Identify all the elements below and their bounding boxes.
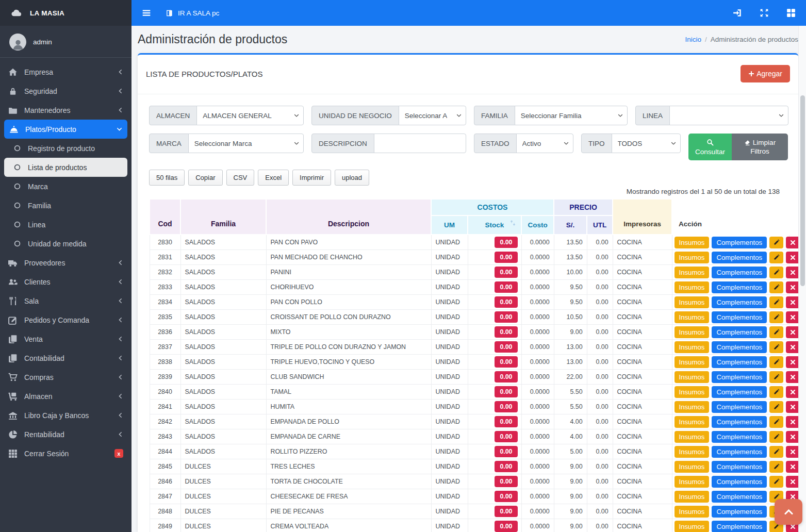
complementos-button[interactable]: Complementos (712, 371, 767, 383)
delete-button[interactable] (786, 252, 800, 263)
sidebar-item-clientes[interactable]: Clientes (0, 272, 131, 291)
complementos-button[interactable]: Complementos (712, 416, 767, 428)
insumos-button[interactable]: Insumos (675, 401, 710, 413)
col-header-cod[interactable]: Cod (150, 199, 180, 235)
col-header-familia[interactable]: Familia (180, 199, 266, 235)
complementos-button[interactable]: Complementos (712, 326, 767, 338)
complementos-button[interactable]: Complementos (712, 491, 767, 503)
sidebar-item-registro-de-producto[interactable]: Registro de producto (0, 139, 131, 158)
complementos-button[interactable]: Complementos (712, 237, 767, 248)
tipo-select[interactable]: TODOS (612, 134, 681, 153)
scrollbar-thumb[interactable] (800, 95, 805, 286)
consultar-button[interactable]: Consultar (688, 134, 732, 160)
marca-select[interactable]: Seleccionar Marca (188, 134, 304, 153)
insumos-button[interactable]: Insumos (675, 431, 710, 443)
edit-button[interactable] (769, 416, 783, 428)
complementos-button[interactable]: Complementos (712, 356, 767, 368)
complementos-button[interactable]: Complementos (712, 461, 767, 473)
delete-button[interactable] (786, 476, 800, 488)
expand-icon[interactable] (760, 8, 769, 18)
edit-button[interactable] (769, 267, 783, 278)
sort-icon[interactable] (509, 220, 516, 226)
grid-large-icon[interactable] (786, 8, 796, 18)
sidebar-item-mantenedores[interactable]: Mantenedores (0, 101, 131, 120)
edit-button[interactable] (769, 326, 783, 338)
descripcion-input[interactable] (374, 134, 466, 153)
limpiar-filtros-button[interactable]: Limpiar Filtros (732, 134, 788, 160)
complementos-button[interactable]: Complementos (712, 521, 767, 532)
delete-button[interactable] (786, 237, 800, 248)
delete-button[interactable] (786, 311, 800, 323)
delete-button[interactable] (786, 267, 800, 278)
edit-button[interactable] (769, 281, 783, 293)
export-button[interactable]: upload (335, 170, 369, 186)
sidebar-item-seguridad[interactable]: Seguridad (0, 81, 131, 101)
col-header-um[interactable]: UM (431, 215, 468, 235)
delete-button[interactable] (786, 296, 800, 308)
delete-button[interactable] (786, 401, 800, 413)
edit-button[interactable] (769, 386, 783, 398)
edit-button[interactable] (769, 446, 783, 458)
delete-button[interactable] (786, 416, 800, 428)
sidebar-item-pedidos-y-comanda[interactable]: Pedidos y Comanda (0, 310, 131, 329)
sidebar-item-linea[interactable]: Linea (0, 215, 131, 234)
export-button[interactable]: Copiar (188, 170, 222, 186)
complementos-button[interactable]: Complementos (712, 296, 767, 308)
linea-select[interactable] (669, 106, 788, 125)
complementos-button[interactable]: Complementos (712, 281, 767, 293)
edit-button[interactable] (769, 371, 783, 383)
delete-button[interactable] (786, 386, 800, 398)
complementos-button[interactable]: Complementos (712, 341, 767, 353)
hamburger-icon[interactable] (142, 8, 151, 18)
delete-button[interactable] (786, 326, 800, 338)
insumos-button[interactable]: Insumos (675, 446, 710, 458)
delete-button[interactable] (786, 461, 800, 473)
edit-button[interactable] (769, 476, 783, 488)
insumos-button[interactable]: Insumos (675, 491, 710, 503)
ir-a-sala-link[interactable]: IR A SALA pc (166, 9, 219, 17)
sidebar-item-almacen[interactable]: Almacen (0, 387, 131, 406)
col-header-utl[interactable]: UTL (587, 215, 613, 235)
insumos-button[interactable]: Insumos (675, 356, 710, 368)
scroll-to-top-button[interactable] (775, 499, 802, 525)
sidebar-item-libro-caja-y-bancos[interactable]: Libro Caja y Bancos (0, 406, 131, 425)
complementos-button[interactable]: Complementos (712, 446, 767, 458)
scrollbar-track[interactable] (798, 26, 806, 532)
edit-button[interactable] (769, 296, 783, 308)
delete-button[interactable] (786, 371, 800, 383)
complementos-button[interactable]: Complementos (712, 401, 767, 413)
edit-button[interactable] (769, 311, 783, 323)
insumos-button[interactable]: Insumos (675, 371, 710, 383)
complementos-button[interactable]: Complementos (712, 386, 767, 398)
almacen-select[interactable]: ALMACEN GENERAL (196, 106, 304, 125)
delete-button[interactable] (786, 281, 800, 293)
insumos-button[interactable]: Insumos (675, 296, 710, 308)
edit-button[interactable] (769, 237, 783, 248)
edit-button[interactable] (769, 356, 783, 368)
sidebar-item-contabilidad[interactable]: Contabilidad (0, 348, 131, 368)
sidebar-item-lista-de-productos[interactable]: Lista de productos (4, 158, 127, 177)
complementos-button[interactable]: Complementos (712, 311, 767, 323)
export-button[interactable]: 50 filas (149, 170, 185, 186)
insumos-button[interactable]: Insumos (675, 341, 710, 353)
complementos-button[interactable]: Complementos (712, 252, 767, 263)
complementos-button[interactable]: Complementos (712, 506, 767, 518)
complementos-button[interactable]: Complementos (712, 476, 767, 488)
sidebar-item-platos-producto[interactable]: Platos/Producto (4, 120, 127, 139)
sidebar-item-cerrar-sesion[interactable]: Cerrar Sesiónx (0, 444, 131, 463)
insumos-button[interactable]: Insumos (675, 386, 710, 398)
sidebar-item-familia[interactable]: Familia (0, 196, 131, 215)
edit-button[interactable] (769, 341, 783, 353)
sidebar-item-venta[interactable]: Venta (0, 329, 131, 348)
edit-button[interactable] (769, 401, 783, 413)
complementos-button[interactable]: Complementos (712, 267, 767, 278)
delete-button[interactable] (786, 356, 800, 368)
export-button[interactable]: Excel (258, 170, 289, 186)
sign-in-icon[interactable] (733, 8, 742, 18)
export-button[interactable]: CSV (226, 170, 255, 186)
col-header-precio-soles[interactable]: S/. (554, 215, 587, 235)
sidebar-item-compras[interactable]: Compras (0, 368, 131, 387)
edit-button[interactable] (769, 431, 783, 443)
export-button[interactable]: Imprimir (292, 170, 331, 186)
estado-select[interactable]: Activo (516, 134, 573, 153)
